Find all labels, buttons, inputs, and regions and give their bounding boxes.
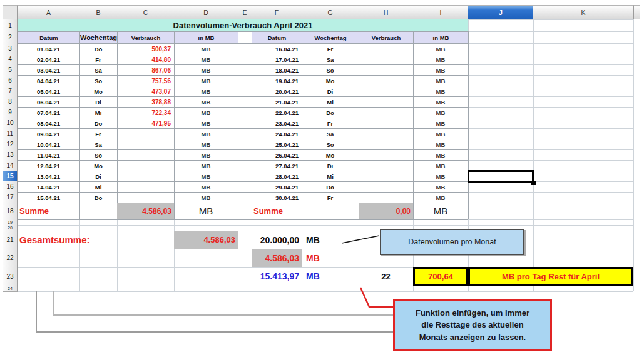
cell-C4[interactable]: 414,80 [118,54,173,64]
cell-I9[interactable]: MB [414,108,468,118]
row-header-15[interactable]: 15 [3,171,18,182]
cell-B16[interactable]: Mi [80,182,116,192]
monthly-volume-unit[interactable]: MB [304,231,342,249]
row-header-17[interactable]: 17 [3,192,18,203]
cell-A9[interactable]: 07.04.21 [18,108,79,118]
cell-A13[interactable]: 11.04.21 [18,150,79,160]
cell-I12[interactable]: MB [414,139,468,149]
table-header-cell[interactable]: Verbrauch [359,32,413,43]
cell-G12[interactable]: So [302,139,358,149]
cell-B7[interactable]: Mo [80,86,116,96]
cell-G8[interactable]: Mi [302,97,358,107]
cell-A15[interactable]: 13.04.21 [18,171,79,181]
remaining-days-cell[interactable]: 22 [359,267,413,286]
cell-D6[interactable]: MB [175,76,237,86]
row-header-10[interactable]: 10 [3,118,18,129]
summe-right-unit[interactable]: MB [413,203,468,219]
cell-D15[interactable]: MB [175,171,237,181]
cell-C7[interactable]: 473,07 [118,86,173,96]
row-header-18[interactable]: 18 [3,203,18,220]
remaining-value[interactable]: 15.413,97 [252,267,302,286]
cell-C10[interactable]: 471,95 [118,118,173,128]
cell-B11[interactable]: Fr [80,129,116,139]
column-header-D[interactable]: D [174,5,238,19]
used-value[interactable]: 4.586,03 [252,249,302,267]
cell-G14[interactable]: Di [302,161,358,171]
cell-A10[interactable]: 08.04.21 [18,118,79,128]
cell-B14[interactable]: Mo [80,161,116,171]
cell-F17[interactable]: 30.04.21 [252,193,301,203]
callout-monthly-volume[interactable]: Datenvolumen pro Monat [380,229,524,255]
cell-F4[interactable]: 17.04.21 [252,54,301,64]
row-header-9[interactable]: 9 [3,107,18,118]
cell-G3[interactable]: Fr [302,44,358,54]
remaining-unit[interactable]: MB [304,267,342,286]
cell-A12[interactable]: 10.04.21 [18,139,79,149]
cell-B3[interactable]: Do [80,44,116,54]
cell-I16[interactable]: MB [414,182,468,192]
row-header-22[interactable]: 22 [3,249,18,268]
row-header-14[interactable]: 14 [3,160,18,171]
row-header-3[interactable]: 3 [3,43,18,54]
fill-handle[interactable] [531,181,536,185]
cell-G9[interactable]: Do [302,108,358,118]
table-header-cell[interactable]: Wochentag [80,32,117,43]
per-day-value-cell[interactable]: 700,64 [413,267,468,286]
summe-right-label[interactable]: Summe [252,203,314,219]
column-header-H[interactable]: H [359,5,414,19]
cell-G15[interactable]: Mi [302,171,358,181]
row-header-2[interactable]: 2 [3,31,18,44]
cell-D10[interactable]: MB [175,118,237,128]
cell-C5[interactable]: 867,06 [118,65,173,75]
cell-I3[interactable]: MB [414,44,468,54]
cell-F10[interactable]: 23.04.21 [252,118,301,128]
cell-B17[interactable]: Do [80,193,116,203]
cell-G6[interactable]: Mo [302,76,358,86]
cell-A7[interactable]: 05.04.21 [18,86,79,96]
cell-G13[interactable]: Mo [302,150,358,160]
cell-F12[interactable]: 25.04.21 [252,139,301,149]
row-header-16[interactable]: 16 [3,181,18,193]
row-header-8[interactable]: 8 [3,96,18,108]
cell-I6[interactable]: MB [414,76,468,86]
select-all-corner[interactable] [3,5,18,19]
cell-C9[interactable]: 722,34 [118,108,173,118]
row-header-4[interactable]: 4 [3,54,18,65]
row-header-1[interactable]: 1 [3,19,18,32]
cell-I8[interactable]: MB [414,97,468,107]
cell-G5[interactable]: So [302,65,358,75]
row-header-5[interactable]: 5 [3,64,18,76]
column-header-F[interactable]: F [252,5,302,19]
cell-B12[interactable]: Sa [80,139,116,149]
cell-D8[interactable]: MB [175,97,237,107]
cell-I17[interactable]: MB [414,193,468,203]
cell-F11[interactable]: 24.04.21 [252,129,301,139]
cell-A16[interactable]: 14.04.21 [18,182,79,192]
row-header-21[interactable]: 21 [3,231,18,249]
cell-G7[interactable]: Di [302,86,358,96]
column-header-E[interactable]: E [238,5,252,19]
per-day-label-cell[interactable]: MB pro Tag Rest für April [468,267,633,286]
cell-B5[interactable]: Sa [80,65,116,75]
cell-I10[interactable]: MB [414,118,468,128]
cell-F13[interactable]: 26.04.21 [252,150,301,160]
cell-F7[interactable]: 20.04.21 [252,86,301,96]
cell-B4[interactable]: Fr [80,54,116,64]
table-header-cell[interactable]: Verbrauch [118,32,174,43]
gesamtsumme-label[interactable]: Gesamtsumme: [18,231,174,249]
cell-B9[interactable]: Mi [80,108,116,118]
cell-A11[interactable]: 09.04.21 [18,129,79,139]
cell-G11[interactable]: Sa [302,129,358,139]
cell-F16[interactable]: 29.04.21 [252,182,301,192]
cell-I4[interactable]: MB [414,54,468,64]
cell-C3[interactable]: 500,37 [118,44,173,54]
cell-I14[interactable]: MB [414,161,468,171]
column-header-C[interactable]: C [117,5,175,19]
cell-G17[interactable]: Fr [302,193,358,203]
summe-left-label[interactable]: Summe [18,203,79,219]
row-header-6[interactable]: 6 [3,75,18,86]
row-header-24[interactable]: 24 [3,286,18,292]
column-header-K[interactable]: K [533,5,634,19]
column-header-I[interactable]: I [413,5,469,19]
cell-D11[interactable]: MB [175,129,237,139]
